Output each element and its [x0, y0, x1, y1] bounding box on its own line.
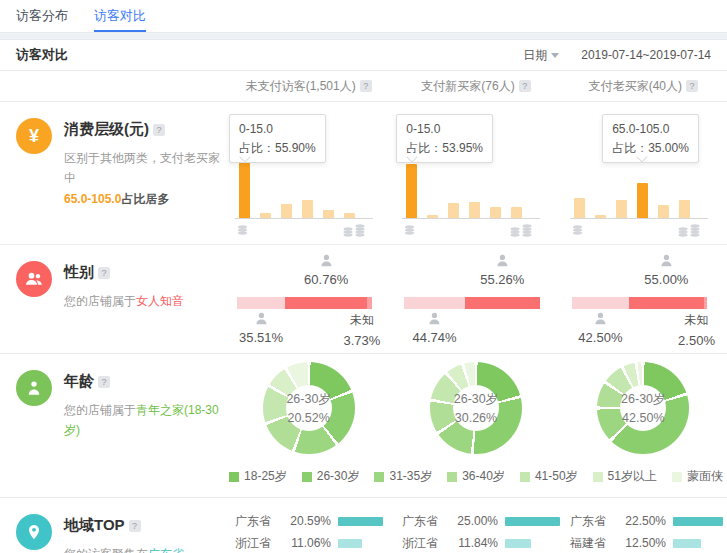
consumption-bar[interactable] [616, 200, 627, 218]
province-share: 20.59% [285, 514, 331, 528]
section-age: 年龄 您的店铺属于青年之家(18-30岁) 26-30岁20.52%26-30岁… [0, 354, 727, 498]
donut-center-label: 26-30岁42.50% [620, 385, 666, 431]
female-segment[interactable] [285, 297, 367, 309]
legend-item[interactable]: 18-25岁 [229, 468, 287, 485]
person-marker-icon [319, 253, 334, 268]
consumption-bar[interactable] [302, 200, 313, 218]
panel-header: 访客对比 日期 2019-07-14~2019-07-14 [0, 40, 727, 71]
unknown-segment[interactable] [367, 297, 372, 309]
unknown-segment[interactable] [704, 297, 707, 309]
date-type-select[interactable]: 日期 [523, 47, 559, 64]
province-bar[interactable] [673, 517, 723, 526]
person-marker-icon [254, 311, 269, 326]
province-bar[interactable] [338, 517, 383, 526]
gender-chart: 55.26%44.74% [392, 245, 559, 353]
consumption-bar[interactable] [490, 207, 501, 218]
gender-bar[interactable] [237, 297, 372, 309]
consumption-bar[interactable] [511, 207, 522, 218]
province-bar[interactable] [505, 517, 560, 526]
legend-item[interactable]: 41-50岁 [520, 468, 578, 485]
legend-item[interactable]: 31-35岁 [374, 468, 432, 485]
help-icon[interactable] [686, 80, 698, 92]
person-marker-icon [659, 253, 674, 268]
legend-label: 41-50岁 [535, 468, 578, 485]
date-range-picker[interactable]: 2019-07-14~2019-07-14 [581, 48, 711, 62]
legend-item[interactable]: 蒙面侠 [672, 468, 723, 485]
female-share: 55.26% [480, 253, 524, 287]
consumption-bars [239, 162, 355, 218]
region-row: 广东省25.00% [402, 510, 560, 532]
region-row: 广东省22.50% [570, 510, 727, 532]
legend-swatch [593, 472, 603, 482]
consumption-bar[interactable] [406, 164, 417, 218]
consumption-bar[interactable] [574, 198, 585, 218]
help-icon[interactable] [129, 520, 141, 532]
province-bar[interactable] [673, 539, 701, 548]
province-label: 广东省 [402, 513, 452, 530]
consumption-bar[interactable] [679, 200, 690, 218]
people-icon [16, 261, 52, 297]
province-bar[interactable] [338, 539, 362, 548]
consumption-bar[interactable] [658, 205, 669, 218]
age-donut[interactable]: 26-30岁30.26% [430, 362, 522, 454]
gender-bar[interactable] [404, 297, 539, 309]
province-label: 福建省 [570, 535, 620, 552]
province-label: 浙江省 [235, 535, 285, 552]
help-icon[interactable] [153, 124, 165, 136]
male-share: 44.74% [413, 311, 457, 345]
gender-chart: 55.00%42.50%未知2.50% [560, 245, 727, 353]
coin-small-icon [572, 225, 583, 235]
help-icon[interactable] [98, 267, 110, 279]
legend-label: 51岁以上 [608, 468, 657, 485]
yuan-icon [16, 118, 52, 154]
consumption-bar[interactable] [239, 162, 250, 218]
legend-item[interactable]: 26-30岁 [302, 468, 360, 485]
tooltip-share: 占比：55.90% [239, 139, 316, 158]
legend-swatch [447, 472, 457, 482]
location-pin-icon [16, 514, 52, 550]
legend-item[interactable]: 36-40岁 [447, 468, 505, 485]
age-donut[interactable]: 26-30岁42.50% [597, 362, 689, 454]
legend-label: 18-25岁 [244, 468, 287, 485]
female-segment[interactable] [465, 297, 540, 309]
help-icon[interactable] [98, 376, 110, 388]
column-header-unpaid: 未支付访客(1,501人) [225, 78, 392, 95]
tab-visitor-distribution[interactable]: 访客分布 [16, 0, 68, 32]
legend-label: 蒙面侠 [687, 468, 723, 485]
panel-title: 访客对比 [16, 46, 68, 64]
male-segment[interactable] [572, 297, 630, 309]
help-icon[interactable] [360, 80, 372, 92]
coins-large-icon [343, 224, 366, 237]
male-segment[interactable] [237, 297, 285, 309]
consumption-bar[interactable] [323, 210, 334, 218]
section-title-age: 年龄 [64, 372, 94, 391]
region-row: 浙江省11.84% [402, 532, 560, 553]
legend-label: 31-35岁 [389, 468, 432, 485]
gender-charts: 60.76%35.51%未知3.73%55.26%44.74%55.00%42.… [225, 245, 727, 353]
consumption-bar[interactable] [281, 204, 292, 218]
consumption-bar[interactable] [448, 203, 459, 218]
section-consumption: 消费层级(元) 区别于其他两类，支付老买家中 65.0-105.0占比居多 0-… [0, 102, 727, 245]
coin-small-icon [404, 225, 415, 235]
consumption-chart: 65.0-105.0占比：35.00% [560, 102, 727, 244]
help-icon[interactable] [519, 80, 531, 92]
province-bar[interactable] [505, 539, 531, 548]
age-chart: 26-30岁30.26% [392, 354, 559, 458]
column-header-old-buyers: 支付老买家(40人) [560, 78, 727, 95]
coins-large-icon [510, 224, 533, 237]
age-donut[interactable]: 26-30岁20.52% [263, 362, 355, 454]
female-segment[interactable] [629, 297, 703, 309]
female-share: 60.76% [304, 253, 348, 287]
person-marker-icon [427, 311, 442, 326]
gender-bar[interactable] [572, 297, 707, 309]
consumption-bar[interactable] [469, 202, 480, 218]
tooltip-range: 0-15.0 [239, 120, 316, 139]
gender-description: 您的店铺属于女人知音 [64, 291, 184, 311]
consumption-bar[interactable] [637, 183, 648, 218]
person-icon [16, 370, 52, 406]
tab-visitor-comparison[interactable]: 访客对比 [94, 0, 146, 32]
legend-swatch [229, 472, 239, 482]
male-segment[interactable] [404, 297, 465, 309]
legend-item[interactable]: 51岁以上 [593, 468, 657, 485]
unknown-share: 未知3.73% [343, 311, 380, 352]
